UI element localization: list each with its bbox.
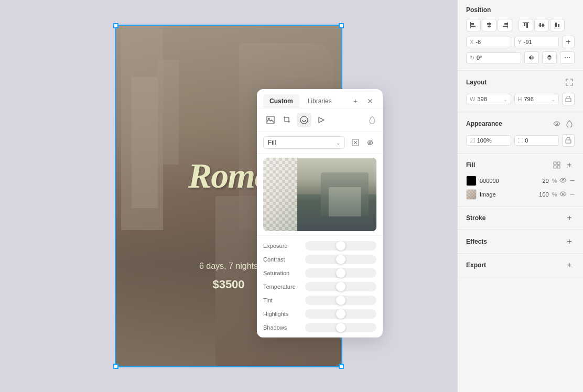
saturation-thumb[interactable] xyxy=(336,268,346,278)
svg-rect-13 xyxy=(508,22,508,28)
detach-icon[interactable] xyxy=(364,136,376,149)
appearance-title: Appearance xyxy=(466,120,502,127)
temperature-thumb[interactable] xyxy=(336,282,346,291)
width-chevron: ⌄ xyxy=(503,96,508,102)
dimension-row: W ⌄ H ⌄ xyxy=(466,93,575,105)
height-chevron: ⌄ xyxy=(551,96,555,102)
align-center-h-button[interactable] xyxy=(482,19,496,31)
handle-top-right[interactable] xyxy=(339,23,344,28)
play-icon[interactable] xyxy=(314,113,328,127)
fill-opacity-2[interactable]: 100 xyxy=(536,191,549,198)
contrast-track[interactable] xyxy=(305,255,376,264)
shadows-track[interactable] xyxy=(305,323,376,332)
shadows-thumb[interactable] xyxy=(336,323,346,332)
svg-point-35 xyxy=(562,193,564,195)
layout-expand-button[interactable] xyxy=(564,77,575,88)
adj-fill-row: Fill ⌄ xyxy=(257,132,383,154)
temperature-track[interactable] xyxy=(305,282,376,291)
y-input[interactable] xyxy=(524,39,555,45)
align-right-button[interactable] xyxy=(498,19,512,31)
fill-visibility-2[interactable] xyxy=(559,191,567,198)
image-preview xyxy=(257,154,383,236)
svg-rect-10 xyxy=(489,22,490,28)
saturation-track[interactable] xyxy=(305,268,376,278)
layout-title: Layout xyxy=(466,79,487,86)
fill-name-2[interactable]: Image xyxy=(480,191,533,198)
add-position-button[interactable]: + xyxy=(562,36,575,48)
constrain-proportions-button[interactable] xyxy=(562,93,575,105)
fill-visibility-1[interactable] xyxy=(559,177,567,184)
handle-top-left[interactable] xyxy=(113,23,118,28)
x-input[interactable] xyxy=(476,39,507,45)
flip-v-button[interactable] xyxy=(542,51,557,64)
more-options-button[interactable] xyxy=(560,51,575,64)
svg-rect-19 xyxy=(538,25,545,26)
highlights-track[interactable] xyxy=(305,309,376,319)
align-bottom-button[interactable] xyxy=(550,19,565,31)
fill-select-label: Fill xyxy=(268,139,276,146)
fill-swatch-1[interactable] xyxy=(466,176,477,186)
chevron-down-icon: ⌄ xyxy=(336,140,340,146)
image-icon-1[interactable] xyxy=(263,113,278,127)
slider-exposure: Exposure xyxy=(263,241,376,251)
handle-bottom-right[interactable] xyxy=(339,364,344,369)
tab-custom[interactable]: Custom xyxy=(263,94,299,108)
appearance-more-button[interactable] xyxy=(562,134,575,147)
close-tab-button[interactable]: ✕ xyxy=(364,95,376,107)
fill-header-icons: + xyxy=(552,160,575,170)
position-header: Position xyxy=(466,6,575,14)
tint-track[interactable] xyxy=(305,296,376,305)
rotation-input-wrap: ↻ xyxy=(466,52,521,63)
fill-opacity-1[interactable]: 20 xyxy=(536,178,549,184)
height-input[interactable] xyxy=(524,96,550,102)
exposure-track[interactable] xyxy=(305,241,376,251)
fill-appearance-button[interactable] xyxy=(564,118,575,129)
fill-select[interactable]: Fill ⌄ xyxy=(263,136,345,149)
tint-thumb[interactable] xyxy=(336,296,346,305)
adj-tab-actions: + ✕ xyxy=(349,95,376,107)
add-tab-button[interactable]: + xyxy=(349,95,362,107)
align-top-button[interactable] xyxy=(519,19,533,31)
fill-item-1: 000000 20 % − xyxy=(466,176,575,186)
slider-saturation: Saturation xyxy=(263,268,376,278)
add-effects-button[interactable]: + xyxy=(564,236,575,247)
opacity-input-wrap xyxy=(466,135,511,146)
flip-h-button[interactable] xyxy=(524,51,539,64)
highlights-thumb[interactable] xyxy=(336,309,346,319)
right-panel: Position xyxy=(457,0,583,392)
svg-point-1 xyxy=(268,118,270,119)
svg-point-27 xyxy=(569,57,570,58)
adjust-icon[interactable] xyxy=(297,113,311,127)
adjustment-panel: Custom Libraries + ✕ xyxy=(257,89,383,337)
fill-swatch-2[interactable] xyxy=(466,189,477,200)
x-input-wrap: X xyxy=(466,37,511,47)
water-icon[interactable] xyxy=(368,115,376,125)
remove-fill-2[interactable]: − xyxy=(570,190,575,199)
rome-price-text: $3500 xyxy=(212,278,244,291)
contrast-thumb[interactable] xyxy=(336,255,346,264)
handle-bottom-left[interactable] xyxy=(113,364,118,369)
rotation-input[interactable] xyxy=(477,55,517,61)
svg-rect-16 xyxy=(523,22,529,23)
align-center-v-button[interactable] xyxy=(534,19,549,31)
tab-libraries[interactable]: Libraries xyxy=(301,94,338,108)
replace-image-icon[interactable] xyxy=(349,136,362,149)
exposure-thumb[interactable] xyxy=(336,241,346,251)
svg-rect-12 xyxy=(503,26,508,27)
crop-icon[interactable] xyxy=(280,113,295,127)
width-input[interactable] xyxy=(477,96,502,102)
visibility-button[interactable] xyxy=(552,118,562,129)
fill-grid-button[interactable] xyxy=(552,160,562,170)
add-fill-button[interactable]: + xyxy=(564,160,575,170)
radius-input[interactable] xyxy=(525,137,555,144)
add-stroke-button[interactable]: + xyxy=(564,213,575,223)
remove-fill-1[interactable]: − xyxy=(570,176,575,186)
add-export-button[interactable]: + xyxy=(564,260,575,270)
opacity-input[interactable] xyxy=(477,137,508,144)
slider-highlights: Highlights xyxy=(263,309,376,319)
fill-section: Fill + 000000 20 % − xyxy=(458,154,583,206)
fill-items-list: 000000 20 % − Image 100 % − xyxy=(466,176,575,200)
slider-contrast: Contrast xyxy=(263,255,376,264)
align-left-button[interactable] xyxy=(466,19,481,31)
fill-name-1[interactable]: 000000 xyxy=(480,178,533,184)
